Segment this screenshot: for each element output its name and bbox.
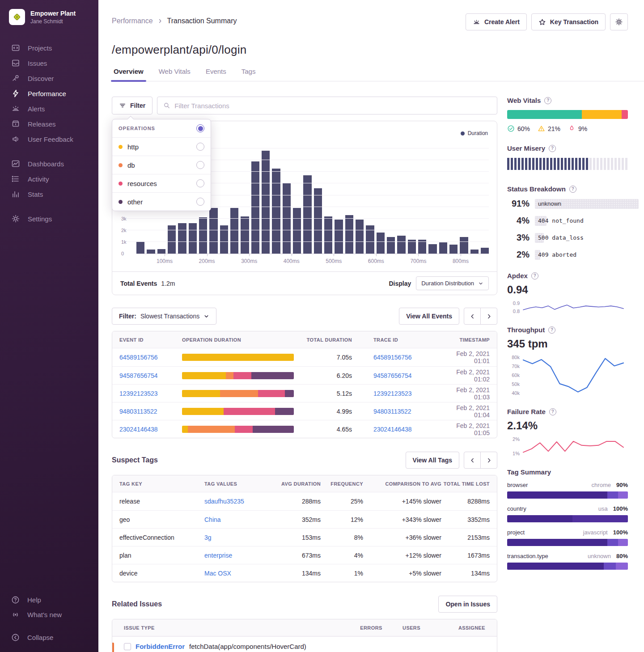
issue-row[interactable]: ForbiddenError fetchData(app/components/… (112, 636, 497, 652)
filter-button[interactable]: Filter (112, 97, 153, 114)
sidebar-item-alerts[interactable]: Alerts (0, 101, 98, 116)
sidebar-item-help[interactable]: Help (0, 593, 98, 607)
operation-option-resources[interactable]: resources (112, 174, 211, 192)
histogram-x-tickmark (376, 254, 377, 256)
histogram-x-tick-label: 400ms (284, 258, 300, 264)
search-box[interactable] (157, 97, 497, 114)
tag-value-link[interactable]: 3g (204, 534, 212, 541)
duration-segment (233, 372, 251, 379)
histogram-bar (209, 208, 217, 254)
trace-id-link[interactable]: 23024146438 (373, 426, 412, 433)
display-dropdown[interactable]: Duration Distribution (416, 276, 489, 290)
org-header[interactable]: Empower Plant Jane Schmidt (0, 0, 98, 25)
settings-gear-button[interactable] (610, 13, 628, 30)
tags-pager-prev-button[interactable] (464, 452, 481, 469)
tag-summary-bar (507, 491, 628, 499)
comparison-to-avg: +12% slower (363, 552, 441, 559)
operation-option-db[interactable]: db (112, 156, 211, 174)
filter-button-label: Filter (130, 102, 145, 109)
trace-id-link[interactable]: 64589156756 (373, 354, 412, 361)
tag-value-link[interactable]: China (204, 516, 221, 523)
view-all-tags-button[interactable]: View All Tags (406, 452, 459, 469)
sidebar-item-what-s-new[interactable]: What's new (0, 607, 98, 622)
event-id-link[interactable]: 94803113522 (119, 408, 182, 415)
event-id-link[interactable]: 23024146438 (119, 426, 182, 433)
status-label: 500 data_loss (535, 233, 628, 243)
pager-next-button[interactable] (480, 308, 497, 325)
issue-error-type-link[interactable]: ForbiddenError (136, 643, 185, 650)
sparkline-y-label: 40k (507, 390, 520, 396)
sidebar-item-settings[interactable]: Settings (0, 211, 98, 226)
tab-events[interactable]: Events (205, 68, 227, 81)
total-time-lost: 3352ms (441, 516, 490, 523)
operation-radio[interactable] (196, 198, 204, 206)
status-breakdown-title: Status Breakdown (507, 185, 566, 193)
sidebar-item-activity[interactable]: Activity (0, 171, 98, 186)
tab-overview[interactable]: Overview (113, 68, 144, 81)
key-transaction-button[interactable]: Key Transaction (531, 13, 606, 30)
tag-summary-value: usa (598, 505, 608, 512)
org-logo (9, 9, 25, 25)
question-icon[interactable]: ? (544, 97, 551, 104)
sidebar-collapse-button[interactable]: Collapse (0, 630, 98, 645)
trace-id-link[interactable]: 94587656754 (373, 372, 412, 379)
trace-id-link[interactable]: 12392123523 (373, 390, 412, 397)
question-icon[interactable]: ? (569, 186, 576, 193)
operation-duration-bar (182, 372, 296, 379)
timestamp: Feb 2, 2021 01:03 (439, 386, 490, 401)
question-icon[interactable]: ? (531, 272, 538, 279)
breadcrumb-performance[interactable]: Performance (112, 17, 153, 25)
user-misery-tick (618, 158, 620, 170)
pager-prev-button[interactable] (464, 308, 481, 325)
sidebar-item-dashboards[interactable]: Dashboards (0, 156, 98, 171)
sidebar-item-stats[interactable]: Stats (0, 186, 98, 202)
sidebar-item-projects[interactable]: Projects (0, 40, 98, 55)
sidebar-item-user-feedback[interactable]: User Feedback (0, 131, 98, 147)
user-misery-tick (607, 158, 610, 170)
event-id-link[interactable]: 94587656754 (119, 372, 182, 379)
column-header: ISSUE TYPE (119, 625, 351, 631)
user-misery-tick (557, 158, 559, 170)
histogram-x-tickmark (207, 254, 208, 256)
tab-tags[interactable]: Tags (241, 68, 257, 81)
sidebar-item-issues[interactable]: Issues (0, 55, 98, 71)
operation-option-other[interactable]: other (112, 192, 211, 211)
slowest-transactions-filter[interactable]: Filter: Slowest Transactions (112, 308, 216, 325)
search-input[interactable] (174, 102, 491, 110)
tags-pager-next-button[interactable] (480, 452, 497, 469)
user-misery-tick (561, 158, 563, 170)
question-icon[interactable]: ? (548, 326, 555, 334)
question-icon[interactable]: ? (549, 145, 556, 152)
open-in-issues-button[interactable]: Open in Issues (438, 596, 497, 613)
operation-option-label: http (127, 143, 139, 151)
operations-all-radio[interactable] (196, 124, 204, 132)
histogram-x-tickmark (334, 254, 334, 256)
star-icon (538, 18, 546, 26)
sidebar-item-performance[interactable]: Performance (0, 86, 98, 101)
histogram-bar (356, 220, 364, 254)
operation-radio[interactable] (196, 179, 204, 187)
column-header: TIMESTAMP (439, 337, 490, 343)
tag-value-link[interactable]: sdaufhu35235 (204, 498, 244, 505)
event-id-link[interactable]: 64589156756 (119, 354, 182, 361)
operation-option-label: resources (127, 180, 157, 187)
issue-checkbox[interactable] (124, 643, 131, 650)
operation-radio[interactable] (196, 143, 204, 151)
sparkline-y-label: 1% (507, 451, 520, 456)
page-title: /empowerplant/api/0/login (112, 43, 628, 57)
user-misery-tick (547, 158, 549, 170)
create-alert-button[interactable]: Create Alert (466, 13, 527, 30)
view-all-events-button[interactable]: View All Events (399, 308, 459, 325)
tag-value-link[interactable]: Mac OSX (204, 570, 231, 577)
histogram-gridline (120, 218, 489, 219)
tag-value-link[interactable]: enterprise (204, 552, 232, 559)
event-id-link[interactable]: 12392123523 (119, 390, 182, 397)
tag-summary-key: project (507, 529, 525, 536)
question-icon[interactable]: ? (549, 408, 556, 415)
sidebar-item-releases[interactable]: Releases (0, 116, 98, 131)
tab-web-vitals[interactable]: Web Vitals (158, 68, 191, 81)
operation-radio[interactable] (196, 161, 204, 169)
operation-option-http[interactable]: http (112, 137, 211, 156)
sidebar-item-discover[interactable]: Discover (0, 71, 98, 86)
trace-id-link[interactable]: 94803113522 (373, 408, 411, 415)
